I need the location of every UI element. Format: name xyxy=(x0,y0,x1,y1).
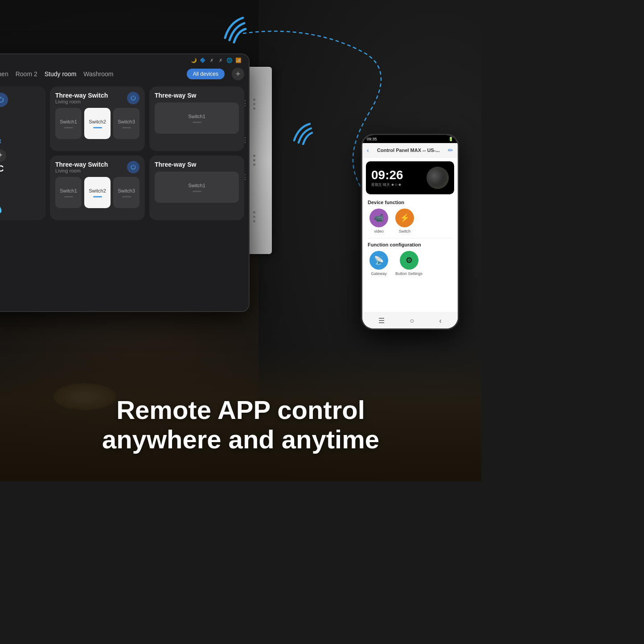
switch-card3-switch3-label: Switch3 xyxy=(118,188,135,193)
tab-kitchen[interactable]: Kitchen xyxy=(0,70,8,78)
tab-washroom[interactable]: Washroom xyxy=(83,70,113,78)
phone-func-switch[interactable]: ⚡ Switch xyxy=(395,209,414,234)
switch1-btn[interactable]: Switch1 xyxy=(55,108,82,139)
switch3-label: Switch3 xyxy=(118,119,135,124)
panel-dot-5 xyxy=(253,159,255,161)
phone-clock-card: 09:26 星期五 晴天 ★☆★ xyxy=(366,161,454,194)
phone-func-video[interactable]: 📹 video xyxy=(369,209,388,234)
nav-menu-icon[interactable]: ☰ xyxy=(378,316,385,325)
wifi-signal-bottom xyxy=(290,120,319,147)
dots-bot[interactable]: ⋮ xyxy=(241,172,250,182)
switch-card4-switch1[interactable]: Switch1 xyxy=(155,172,239,203)
switch-card-1-power[interactable] xyxy=(127,92,139,104)
phone-func-gateway-label: Gateway xyxy=(371,271,387,276)
headline-line1: Remote APP control xyxy=(0,395,481,425)
nav-back-icon[interactable]: ‹ xyxy=(439,317,441,325)
switch-card-3-title: Three-way Switch xyxy=(55,161,108,168)
switch-card-3-title-row: Three-way Switch Living room xyxy=(55,161,108,173)
ac-plus-button[interactable]: + xyxy=(0,149,6,162)
switch-card-2-buttons: Switch1 xyxy=(155,103,239,134)
phone-time: 09:35 xyxy=(367,137,377,141)
phone-func-gateway[interactable]: 📡 Gateway xyxy=(369,251,388,276)
switch-card2-switch1-label: Switch1 xyxy=(188,114,205,119)
switch-card-3: Three-way Switch Living room Switch1 xyxy=(50,156,145,220)
panel-dot-4 xyxy=(253,155,255,157)
phone-func-button-settings-label: Button Settings xyxy=(395,271,422,276)
panel-dots-mid xyxy=(253,155,255,166)
panel-dot-8 xyxy=(253,216,255,218)
phone-func-video-label: video xyxy=(374,229,384,234)
nav-home-icon[interactable]: ○ xyxy=(410,317,414,325)
panel-dot-1 xyxy=(253,98,255,101)
switch-card-4-header: Three-way Sw xyxy=(155,161,239,168)
switch3-indicator xyxy=(122,127,131,128)
tablet: 🌙 🔷 ✗ ✗ 🌐 📶 Kitchen Room 2 Study room Wa… xyxy=(0,53,250,312)
phone-divider xyxy=(368,238,452,238)
switch-card-3-subtitle: Living room xyxy=(55,168,108,173)
switch-card3-switch3[interactable]: Switch3 xyxy=(113,177,139,208)
phone-header-title: Control Panel MAX -- US-... xyxy=(369,148,448,153)
switch-card-2-title-row: Three-way Sw xyxy=(155,92,196,99)
dots-mid[interactable]: ⋮ xyxy=(241,135,250,145)
phone-battery-icon: 🔋 xyxy=(448,137,453,141)
switch-card4-switch1-indicator xyxy=(193,191,201,192)
switch-card3-switch2-label: Switch2 xyxy=(89,188,106,193)
ac-card: ❄ + °C 💧 xyxy=(0,86,45,220)
switch-card-1-header: Three-way Switch Living room xyxy=(55,92,139,104)
switch-card3-switch2[interactable]: Switch2 xyxy=(84,177,111,208)
switch-card3-switch1[interactable]: Switch1 xyxy=(55,177,82,208)
bluetooth-icon: 🔷 xyxy=(200,57,206,63)
switch-card-3-buttons: Switch1 Switch2 Switch3 xyxy=(55,177,139,208)
switch-card3-switch1-label: Switch1 xyxy=(60,188,77,193)
ac-info: ❄ + °C xyxy=(0,136,39,174)
switch-card-1-title-row: Three-way Switch Living room xyxy=(55,92,108,104)
panel-dots-top xyxy=(253,98,255,110)
switch-card-4-title: Three-way Sw xyxy=(155,161,196,168)
water-drop-icon: 💧 xyxy=(0,204,39,214)
wifi-icon: 📶 xyxy=(235,57,242,63)
all-devices-button[interactable]: All devices xyxy=(187,69,225,79)
tablet-nav: Kitchen Room 2 Study room Washroom All d… xyxy=(0,66,249,82)
phone-func-button-settings[interactable]: ⚙ Button Settings xyxy=(395,251,422,276)
tab-room2[interactable]: Room 2 xyxy=(16,70,37,78)
phone-edit-button[interactable]: ✏ xyxy=(448,147,453,154)
gateway-icon: 📡 xyxy=(369,251,388,270)
switch-card-3-power[interactable] xyxy=(127,161,139,173)
device-grid: ❄ + °C 💧 Three-way Switch Living room xyxy=(0,82,249,225)
switch1-indicator xyxy=(64,127,73,128)
switch-card-4: Three-way Sw Switch1 xyxy=(149,156,244,220)
switch-card-3-header: Three-way Switch Living room xyxy=(55,161,139,173)
phone-device-function-row: 📹 video ⚡ Switch xyxy=(362,206,458,236)
switch-card-2-title: Three-way Sw xyxy=(155,92,196,99)
ac-temperature: °C xyxy=(0,164,39,174)
phone: 09:35 🔋 ‹ Control Panel MAX -- US-... ✏ … xyxy=(361,134,459,330)
panel-right-dots: ⋮ ⋮ ⋮ xyxy=(241,98,250,182)
phone-clock-time: 09:26 xyxy=(371,169,403,181)
phone-func-config-row: 📡 Gateway ⚙ Button Settings xyxy=(362,248,458,279)
switch3-btn[interactable]: Switch3 xyxy=(113,108,139,139)
panel-dot-2 xyxy=(253,103,255,105)
panel-dot-7 xyxy=(253,211,255,213)
ac-power-button[interactable] xyxy=(0,93,8,107)
switch-card3-switch3-indicator xyxy=(122,196,131,197)
button-settings-icon: ⚙ xyxy=(400,251,418,270)
switch2-label: Switch2 xyxy=(89,119,106,124)
add-room-button[interactable]: + xyxy=(232,68,244,80)
phone-clock-info: 09:26 星期五 晴天 ★☆★ xyxy=(371,169,403,187)
switch-card-4-buttons: Switch1 xyxy=(155,172,239,203)
camera-icon: ✗ xyxy=(217,57,224,63)
mic-icon: ✗ xyxy=(209,57,215,63)
switch-icon: ⚡ xyxy=(395,209,414,227)
panel-dot-3 xyxy=(253,107,255,110)
dots-top[interactable]: ⋮ xyxy=(241,98,250,108)
headline-line2: anywhere and anytime xyxy=(0,425,481,455)
switch-card2-switch1[interactable]: Switch1 xyxy=(155,103,239,134)
switch-card-2: Three-way Sw Switch1 xyxy=(149,86,244,151)
tab-study-room[interactable]: Study room xyxy=(45,70,77,78)
tablet-status-icons: 🌙 🔷 ✗ ✗ 🌐 📶 xyxy=(191,57,242,63)
snowflake-icon: ❄ xyxy=(0,136,39,148)
switch2-btn[interactable]: Switch2 xyxy=(84,108,111,139)
video-icon: 📹 xyxy=(369,209,388,227)
moon-icon: 🌙 xyxy=(191,57,197,63)
phone-func-switch-label: Switch xyxy=(399,229,411,234)
